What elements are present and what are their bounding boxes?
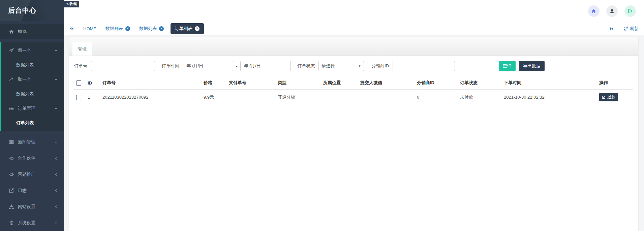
sidebar-item-partners[interactable]: 合作伙伴 bbox=[0, 150, 64, 166]
sidebar-item-label: 系统设置 bbox=[18, 220, 35, 226]
share-icon bbox=[9, 77, 14, 82]
topbar bbox=[64, 0, 644, 22]
close-icon[interactable]: × bbox=[125, 26, 130, 31]
sidebar-item-overview[interactable]: 概览 bbox=[0, 24, 64, 39]
home-icon bbox=[591, 8, 596, 14]
filter-bar: 订单号: 订单时间: 年 /月/日 - 年 /月/日 订单状态: 请选择 bbox=[74, 61, 633, 71]
table-header-row: ID 订单号 价格 支付单号 类型 所属位置 提交人微信 分销商ID 订单状态 … bbox=[74, 76, 633, 90]
sidebar-item-order-management[interactable]: 订单管理 bbox=[1, 101, 64, 116]
sidebar-item-label: 日志 bbox=[18, 188, 27, 194]
row-checkbox[interactable] bbox=[76, 95, 81, 100]
search-button[interactable]: 查询 bbox=[499, 61, 516, 71]
angle-double-right-icon[interactable] bbox=[609, 26, 614, 31]
content-area: 管理 订单号: 订单时间: 年 /月/日 - 年 /月/日 bbox=[64, 35, 644, 231]
tabbar-right: 刷新 bbox=[609, 26, 639, 32]
home-button[interactable] bbox=[588, 5, 600, 17]
chevron-left-icon bbox=[54, 172, 58, 176]
logout-button[interactable] bbox=[624, 5, 636, 17]
col-time: 下单时间 bbox=[502, 76, 597, 90]
sidebar-item-label: 新闻管理 bbox=[18, 139, 35, 145]
col-distributor-id: 分销商ID bbox=[415, 76, 458, 90]
chevron-down-icon bbox=[54, 48, 58, 53]
newspaper-icon bbox=[9, 139, 14, 145]
col-actions: 操作 bbox=[597, 76, 633, 90]
sidebar-item-label: 订单列表 bbox=[16, 120, 34, 126]
chevron-left-icon bbox=[54, 156, 58, 160]
caret-down-icon: ▼ bbox=[358, 65, 361, 68]
chevron-down-icon bbox=[54, 106, 58, 110]
sidebar-item-marketing[interactable]: 营销推广 bbox=[0, 166, 64, 183]
panel-body: 订单号: 订单时间: 年 /月/日 - 年 /月/日 订单状态: 请选择 bbox=[69, 56, 638, 231]
collapse-sidebar-button[interactable]: < 收起 bbox=[64, 1, 79, 7]
col-id: ID bbox=[86, 76, 100, 90]
bullhorn-icon bbox=[9, 172, 14, 177]
handshake-icon bbox=[9, 156, 14, 161]
sidebar-item-news[interactable]: 新闻管理 bbox=[0, 134, 64, 150]
sidebar-item-logs[interactable]: 日志 bbox=[0, 183, 64, 199]
order-date-end-input[interactable]: 年 /月/日 bbox=[240, 61, 291, 71]
sidebar-item-order-list[interactable]: 订单列表 bbox=[1, 116, 64, 130]
tab-data-list-1[interactable]: 数据列表 × bbox=[105, 26, 130, 32]
cell-pay-no bbox=[227, 90, 276, 105]
cell-order-no: 2021103022023270092 bbox=[100, 90, 202, 105]
col-pay-no: 支付单号 bbox=[227, 76, 276, 90]
tab-home[interactable]: HOME bbox=[83, 26, 96, 31]
tab-order-list[interactable]: 订单列表 × bbox=[171, 23, 204, 34]
tab-data-list-2[interactable]: 数据列表 × bbox=[139, 26, 164, 32]
cell-price: 9.9元 bbox=[202, 90, 227, 105]
sidebar-item-label: 概览 bbox=[18, 29, 27, 35]
tab-manage[interactable]: 管理 bbox=[72, 42, 92, 56]
sidebar-item-label: 合作伙伴 bbox=[18, 155, 35, 161]
table-row: 1 2021103022023270092 9.9元 开通分销 0 未付款 20… bbox=[74, 90, 633, 105]
date-range-separator: - bbox=[236, 64, 237, 69]
sidebar-item-label: 营销推广 bbox=[18, 171, 35, 177]
order-no-input[interactable] bbox=[91, 61, 155, 71]
sidebar-item-label: 留一个 bbox=[18, 47, 31, 54]
select-all-checkbox[interactable] bbox=[76, 80, 81, 86]
sidebar-item-data-list-1[interactable]: 数据列表 bbox=[1, 58, 64, 72]
sidebar-item-liu-yi-ge[interactable]: 留一个 bbox=[1, 43, 64, 58]
sidebar-item-site-settings[interactable]: 网站设置 bbox=[0, 199, 64, 215]
tab-label: 订单列表 bbox=[175, 26, 192, 32]
tab-label: 数据列表 bbox=[105, 26, 123, 32]
close-icon[interactable]: × bbox=[195, 26, 200, 31]
distributor-id-input[interactable] bbox=[393, 61, 455, 71]
edit-icon bbox=[602, 95, 606, 99]
cell-wechat bbox=[358, 90, 415, 105]
distributor-id-label: 分销商ID: bbox=[371, 63, 390, 69]
refresh-icon bbox=[623, 26, 628, 31]
date-placeholder: 年 /月/日 bbox=[186, 63, 203, 69]
col-type: 类型 bbox=[276, 76, 321, 90]
gear-icon bbox=[9, 220, 14, 226]
chevron-left-icon bbox=[54, 140, 58, 144]
sidebar: 后台中心 概览 留一个 数据列表 bbox=[0, 0, 64, 231]
refund-button[interactable]: 退款 bbox=[599, 93, 618, 101]
col-wechat: 提交人微信 bbox=[358, 76, 415, 90]
home-icon bbox=[9, 29, 14, 34]
sidebar-item-data-list-2[interactable]: 数据列表 bbox=[1, 87, 64, 101]
tab-label: 数据列表 bbox=[139, 26, 157, 32]
order-no-label: 订单号: bbox=[74, 63, 89, 69]
col-order-no: 订单号 bbox=[100, 76, 202, 90]
chevron-left-icon bbox=[54, 221, 58, 225]
angle-double-left-icon[interactable] bbox=[69, 26, 74, 31]
tabbar: HOME 数据列表 × 数据列表 × 订单列表 × bbox=[64, 22, 644, 35]
export-data-button[interactable]: 导出数据 bbox=[519, 61, 545, 71]
col-price: 价格 bbox=[202, 76, 227, 90]
refund-label: 退款 bbox=[607, 94, 615, 100]
order-date-start-input[interactable]: 年 /月/日 bbox=[183, 61, 233, 71]
chevron-left-icon bbox=[54, 205, 58, 209]
user-button[interactable] bbox=[606, 5, 618, 17]
cell-id: 1 bbox=[86, 90, 100, 105]
sidebar-item-label: 订单管理 bbox=[18, 105, 35, 111]
sidebar-item-system-settings[interactable]: 系统设置 bbox=[0, 215, 64, 231]
order-time-label: 订单时间: bbox=[162, 63, 181, 69]
sidebar-item-qu-yi-ge[interactable]: 取一个 bbox=[1, 72, 64, 87]
edit-icon bbox=[9, 188, 14, 193]
app-window: 后台中心 概览 留一个 数据列表 bbox=[0, 0, 644, 231]
order-status-label: 订单状态: bbox=[298, 63, 316, 69]
refresh-label: 刷新 bbox=[630, 26, 639, 32]
close-icon[interactable]: × bbox=[159, 26, 164, 31]
order-status-select[interactable]: 请选择 ▼ bbox=[318, 61, 364, 71]
refresh-button[interactable]: 刷新 bbox=[623, 26, 639, 32]
